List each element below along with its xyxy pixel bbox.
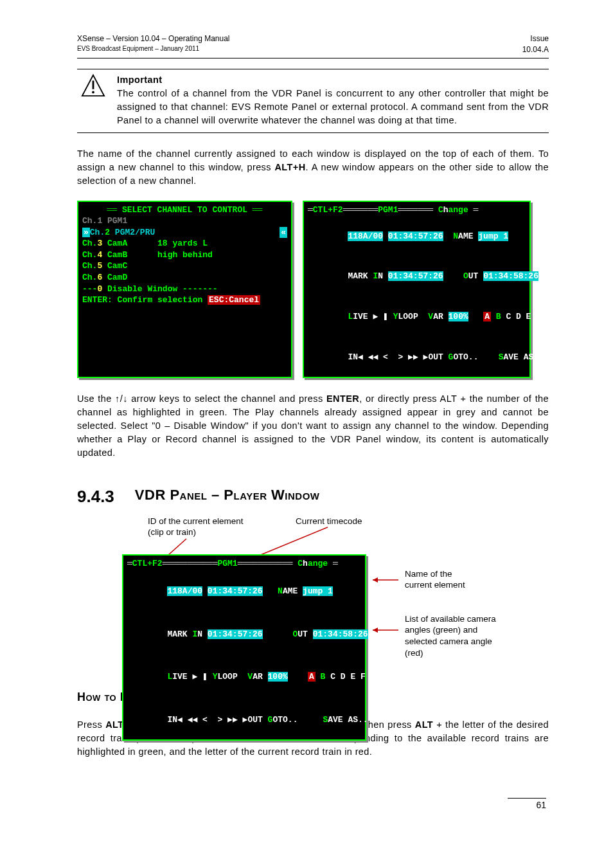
- live-button[interactable]: IVE ▶ ❚: [353, 312, 393, 321]
- var-value[interactable]: 100%: [268, 672, 288, 682]
- list-item[interactable]: ---0 Disable Window -------: [82, 284, 287, 295]
- confirm-hint: ENTER: Confirm selection: [82, 295, 208, 305]
- player-panel-small[interactable]: ═CTL+F2═══════PGM1═══════ Change ═ 118A/…: [303, 201, 531, 378]
- label-name: Name of thecurrent element: [405, 568, 465, 591]
- angle-a[interactable]: A: [308, 672, 315, 682]
- issue-num: 10.04.A: [522, 44, 549, 55]
- clip-name[interactable]: jump 1: [478, 231, 508, 241]
- kbd-alt: ALT: [415, 719, 433, 730]
- section-heading: 9.4.3 VDR Panel – Player Window: [77, 487, 549, 507]
- change-button[interactable]: Change: [438, 205, 474, 215]
- yloop-button[interactable]: LOOP: [398, 312, 429, 321]
- label-angles: List of available cameraangles (green) a…: [405, 613, 496, 658]
- angles-rest[interactable]: C D E F: [501, 312, 541, 321]
- nav-buttons[interactable]: IN◀ ◀◀ < > ▶▶ ▶OUT: [348, 352, 448, 362]
- in-tc[interactable]: 01:34:57:26: [208, 629, 263, 639]
- out-tc[interactable]: 01:34:58:26: [483, 271, 538, 281]
- svg-marker-8: [373, 577, 378, 583]
- clip-id: 118A/00: [348, 231, 383, 241]
- svg-marker-10: [373, 628, 378, 633]
- angles-rest[interactable]: C D E F: [325, 672, 365, 682]
- kbd-alth: ALT+H: [274, 162, 305, 172]
- pgm-label: PGM1: [217, 559, 237, 568]
- pgm-label: PGM1: [378, 205, 398, 215]
- text: Press: [77, 719, 105, 730]
- live-button[interactable]: IVE ▶ ❚: [172, 672, 212, 682]
- select-channel-panel[interactable]: ══ SELECT CHANNEL TO CONTROL ══ Ch.1 PGM…: [77, 201, 292, 378]
- paragraph-usage: Use the ↑/↓ arrow keys to select the cha…: [77, 392, 549, 460]
- angle-b[interactable]: B: [496, 312, 501, 321]
- save-as-button[interactable]: AVE AS..: [328, 715, 368, 725]
- section-number: 9.4.3: [77, 487, 114, 507]
- list-item[interactable]: »Ch.2 PGM2/PRU«: [82, 227, 287, 239]
- change-button[interactable]: Change: [298, 559, 333, 568]
- esc-cancel[interactable]: ESC:Cancel: [208, 295, 260, 305]
- kbd-enter: ENTER: [326, 393, 359, 404]
- angle-a[interactable]: A: [483, 312, 491, 321]
- var-value[interactable]: 100%: [449, 312, 468, 321]
- player-panel-large[interactable]: ═CTL+F2═══════════PGM1═══════════ Change…: [122, 554, 366, 741]
- list-item: Ch.1 PGM1: [82, 215, 287, 227]
- name-label: NAME: [453, 231, 478, 241]
- important-title: Important: [117, 73, 549, 87]
- clip-id: 118A/00: [167, 586, 202, 596]
- clip-name[interactable]: jump 1: [303, 586, 333, 596]
- list-item[interactable]: Ch.5 CamC: [82, 260, 287, 272]
- svg-point-2: [92, 91, 94, 93]
- yloop-button[interactable]: LOOP: [218, 672, 248, 682]
- mark-label: MARK: [167, 629, 192, 639]
- ctl-f2[interactable]: CTL+F2: [132, 559, 163, 568]
- player-window-diagram: ID of the current element(clip or train)…: [77, 516, 549, 676]
- important-note: Important The control of a channel from …: [77, 69, 549, 133]
- nav-buttons[interactable]: IN◀ ◀◀ < > ▶▶ ▶OUT: [167, 715, 267, 725]
- name-label: NAME: [278, 586, 303, 596]
- timecode: 01:34:57:26: [388, 231, 443, 241]
- warning-icon: [77, 73, 109, 127]
- ctl-f2[interactable]: CTL+F2: [313, 205, 343, 215]
- list-item[interactable]: Ch.6 CamD: [82, 272, 287, 284]
- issue-label: Issue: [522, 33, 549, 44]
- header-sub: EVS Broadcast Equipment – January 2011: [77, 44, 230, 53]
- goto-button[interactable]: OTO..: [272, 715, 317, 725]
- page-footer: 61: [77, 797, 549, 810]
- goto-button[interactable]: OTO..: [453, 352, 498, 362]
- panel-title: SELECT CHANNEL TO CONTROL: [122, 205, 247, 215]
- page-number: 61: [508, 798, 546, 810]
- out-tc[interactable]: 01:34:58:26: [313, 629, 368, 639]
- header-title: XSense – Version 10.04 – Operating Manua…: [77, 33, 230, 44]
- section-title: VDR Panel – Player Window: [135, 487, 320, 507]
- text: Use the ↑/↓ arrow keys to select the cha…: [77, 393, 326, 404]
- important-body: The control of a channel from the VDR Pa…: [117, 87, 549, 127]
- paragraph-intro: The name of the channel currently assign…: [77, 147, 549, 188]
- mark-label: MARK: [348, 271, 373, 281]
- save-as-button[interactable]: AVE AS..: [503, 352, 543, 362]
- list-item[interactable]: Ch.3 CamA 18 yards L: [82, 238, 287, 249]
- in-tc[interactable]: 01:34:57:26: [388, 271, 443, 281]
- timecode: 01:34:57:26: [208, 586, 263, 596]
- page-header: XSense – Version 10.04 – Operating Manua…: [77, 33, 549, 59]
- list-item[interactable]: Ch.4 CamB high behind: [82, 249, 287, 261]
